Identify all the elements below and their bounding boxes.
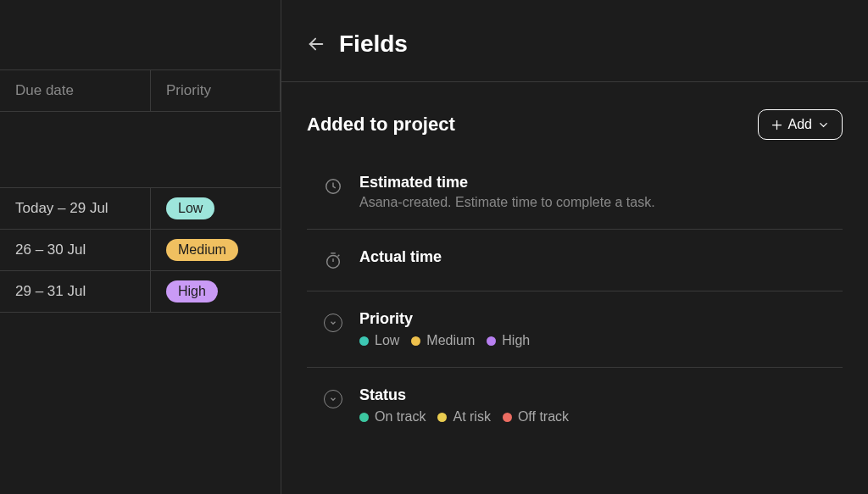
field-item-actual-time[interactable]: Actual time	[307, 230, 843, 291]
chevron-down-icon	[817, 119, 830, 131]
color-dot-green	[359, 413, 369, 422]
field-list: Estimated time Asana-created. Estimate t…	[307, 165, 843, 443]
added-to-project-section: Added to project Add Estimated time Asan…	[281, 82, 868, 443]
arrow-left-icon	[307, 35, 326, 53]
option-at-risk: At risk	[437, 409, 490, 425]
add-button-label: Add	[788, 117, 812, 132]
field-options: On track At risk Off track	[359, 409, 843, 425]
priority-cell[interactable]: Low	[151, 189, 281, 228]
field-item-status[interactable]: Status On track At risk Off track	[307, 368, 843, 443]
priority-pill-low[interactable]: Low	[166, 197, 214, 219]
add-button[interactable]: Add	[758, 109, 843, 140]
stopwatch-icon	[322, 250, 344, 272]
fields-panel: Fields Added to project Add Estimated ti…	[281, 0, 868, 494]
due-date-cell[interactable]: Today – 29 Jul	[0, 188, 151, 229]
color-dot-red	[503, 413, 512, 422]
priority-cell[interactable]: Medium	[151, 230, 281, 269]
section-title: Added to project	[307, 114, 455, 136]
priority-pill-medium[interactable]: Medium	[166, 239, 238, 261]
option-off-track: Off track	[503, 409, 569, 425]
dropdown-field-icon	[322, 388, 344, 410]
field-name: Priority	[359, 310, 843, 328]
column-header-due-date[interactable]: Due date	[0, 70, 151, 111]
field-name: Status	[359, 386, 843, 404]
option-high: High	[487, 333, 530, 348]
panel-header: Fields	[281, 0, 868, 82]
panel-title: Fields	[339, 31, 408, 58]
background-table: Due date Priority Today – 29 Jul Low 26 …	[0, 0, 281, 494]
option-on-track: On track	[359, 409, 426, 425]
priority-pill-high[interactable]: High	[166, 280, 218, 303]
section-header: Added to project Add	[307, 109, 843, 140]
field-description: Asana-created. Estimate time to complete…	[359, 195, 843, 210]
field-name: Estimated time	[359, 174, 843, 191]
priority-cell[interactable]: High	[151, 272, 281, 311]
back-button[interactable]	[307, 35, 326, 53]
field-item-estimated-time[interactable]: Estimated time Asana-created. Estimate t…	[307, 165, 843, 230]
color-dot-amber	[411, 336, 420, 346]
option-low: Low	[359, 333, 399, 348]
table-header-row: Due date Priority	[0, 69, 281, 112]
table-row[interactable]: Today – 29 Jul Low	[0, 188, 281, 230]
color-dot-yellow	[437, 413, 447, 422]
table-empty-section	[0, 112, 281, 188]
plus-icon	[771, 119, 783, 131]
color-dot-teal	[359, 336, 369, 346]
table-row[interactable]: 26 – 30 Jul Medium	[0, 230, 281, 271]
field-options: Low Medium High	[359, 333, 843, 348]
svg-point-4	[327, 256, 340, 269]
table-row[interactable]: 29 – 31 Jul High	[0, 271, 281, 313]
dropdown-field-icon	[322, 312, 344, 334]
option-medium: Medium	[411, 333, 475, 348]
field-name: Actual time	[359, 248, 843, 266]
svg-line-7	[338, 255, 340, 257]
field-item-priority[interactable]: Priority Low Medium High	[307, 291, 843, 368]
clock-icon	[322, 175, 344, 197]
color-dot-purple	[487, 336, 496, 346]
column-header-priority[interactable]: Priority	[151, 70, 281, 111]
due-date-cell[interactable]: 29 – 31 Jul	[0, 271, 151, 312]
due-date-cell[interactable]: 26 – 30 Jul	[0, 230, 151, 270]
